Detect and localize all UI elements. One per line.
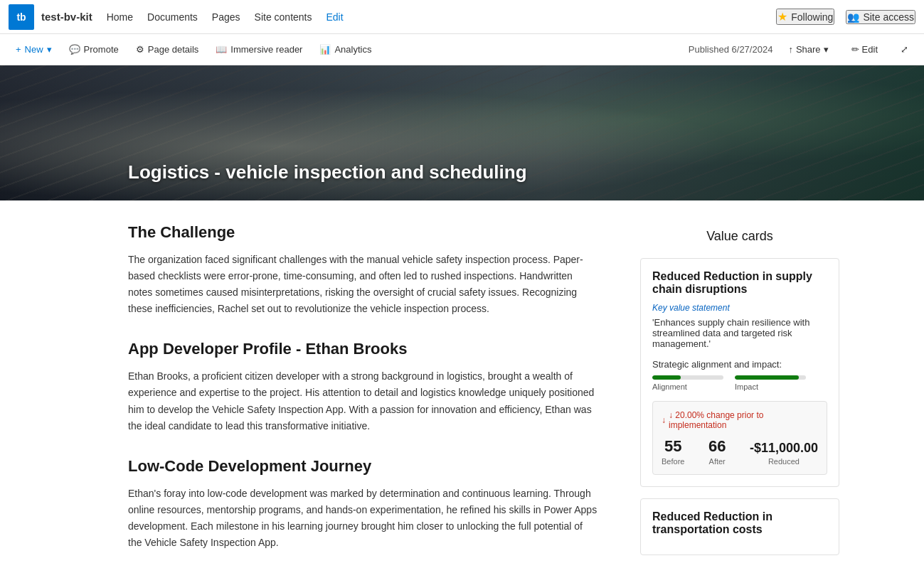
key-value-label-1: Key value statement [652, 303, 827, 313]
value-card-2: Reduced Reduction in transportation cost… [640, 498, 839, 555]
key-value-text-1: 'Enhances supply chain resilience with s… [652, 317, 827, 349]
edit-label: Edit [862, 44, 878, 55]
analytics-icon: 📊 [319, 44, 331, 55]
expand-button[interactable]: ⤢ [893, 41, 915, 58]
change-label-1: ↓ 20.00% change prior to implementation [669, 410, 818, 430]
share-label: Share [796, 44, 821, 55]
lowcode-journey-heading: Low-Code Development Journey [128, 457, 598, 476]
sidebar: Value cards Reduced Reduction in supply … [640, 223, 839, 573]
reduced-label: Reduced [768, 457, 800, 466]
impact-bar-label: Impact [735, 382, 806, 391]
pencil-icon: ✏ [851, 44, 859, 55]
following-label: Following [791, 11, 833, 23]
value-card-1: Reduced Reduction in supply chain disrup… [640, 258, 839, 487]
after-value: 66 [708, 437, 726, 456]
settings-icon: ⚙ [136, 44, 144, 55]
people-icon: 👥 [847, 11, 859, 23]
challenge-heading: The Challenge [128, 223, 598, 242]
following-button[interactable]: ★ Following [776, 9, 834, 25]
arrow-down-icon: ↓ [662, 415, 666, 425]
before-value: 55 [664, 437, 681, 456]
promote-icon: 💬 [69, 44, 80, 55]
impact-bar-group: Impact [735, 375, 806, 391]
alignment-bar-label: Alignment [652, 382, 723, 391]
value-card-1-title: Reduced Reduction in supply chain disrup… [652, 270, 827, 296]
promote-button[interactable]: 💬 Promote [62, 41, 126, 58]
change-indicator-1: ↓ ↓ 20.00% change prior to implementatio… [662, 410, 818, 430]
chevron-down-icon: ▾ [824, 44, 829, 55]
site-access-label: Site access [863, 11, 914, 23]
nav-edit[interactable]: Edit [326, 11, 344, 23]
expand-icon: ⤢ [901, 44, 908, 55]
top-navigation: tb test-bv-kit Home Documents Pages Site… [0, 0, 924, 34]
new-button[interactable]: + New ▾ [9, 41, 59, 58]
strategic-label-1: Strategic alignment and impact: [652, 359, 827, 370]
developer-profile-heading: App Developer Profile - Ethan Brooks [128, 340, 598, 358]
alignment-bar-fill [652, 375, 681, 380]
plus-icon: + [16, 44, 21, 55]
star-icon: ★ [777, 10, 787, 23]
nav-documents[interactable]: Documents [147, 11, 198, 23]
share-icon: ↑ [788, 44, 793, 55]
toolbar: + New ▾ 💬 Promote ⚙ Page details 📖 Immer… [0, 34, 924, 65]
alignment-bar-group: Alignment [652, 375, 723, 391]
edit-button[interactable]: ✏ Edit [844, 41, 885, 58]
site-logo: tb [9, 4, 34, 30]
published-date: Published 6/27/2024 [689, 44, 773, 55]
analytics-label: Analytics [334, 44, 371, 55]
chevron-down-icon: ▾ [47, 44, 52, 55]
page-details-button[interactable]: ⚙ Page details [129, 41, 206, 58]
top-nav-right: ★ Following 👥 Site access [776, 9, 915, 25]
before-label: Before [662, 457, 684, 466]
reduced-value: -$11,000.00 [750, 441, 818, 456]
alignment-bar-track [652, 375, 723, 380]
alignment-bars-1: Alignment Impact [652, 375, 827, 391]
hero-title: Logistics - vehicle inspection and sched… [128, 161, 527, 183]
value-card-2-title: Reduced Reduction in transportation cost… [652, 510, 827, 536]
immersive-reader-label: Immersive reader [230, 44, 302, 55]
nav-pages[interactable]: Pages [212, 11, 240, 23]
analytics-button[interactable]: 📊 Analytics [312, 41, 378, 58]
site-access-button[interactable]: 👥 Site access [846, 10, 915, 24]
promote-label: Promote [84, 44, 119, 55]
before-metric: 55 Before [662, 437, 684, 466]
challenge-paragraph: The organization faced significant chall… [128, 252, 598, 317]
after-metric: 66 After [708, 437, 726, 466]
site-name: test-bv-kit [41, 11, 92, 23]
metrics-box-1: ↓ ↓ 20.00% change prior to implementatio… [652, 401, 827, 475]
nav-links: Home Documents Pages Site contents Edit [107, 11, 777, 23]
main-content: The Challenge The organization faced sig… [0, 200, 924, 573]
impact-bar-track [735, 375, 806, 380]
hero-image: Logistics - vehicle inspection and sched… [0, 65, 924, 200]
value-cards-title: Value cards [640, 229, 839, 244]
article-body: The Challenge The organization faced sig… [128, 223, 612, 573]
impact-bar-fill [735, 375, 799, 380]
reduced-metric: -$11,000.00 Reduced [750, 441, 818, 466]
developer-profile-paragraph: Ethan Brooks, a proficient citizen devel… [128, 368, 598, 434]
metrics-row-1: 55 Before 66 After -$11,000.00 Reduced [662, 437, 818, 466]
share-button[interactable]: ↑ Share ▾ [781, 41, 835, 58]
nav-site-contents[interactable]: Site contents [255, 11, 312, 23]
page-details-label: Page details [148, 44, 199, 55]
new-label: New [25, 44, 43, 55]
nav-home[interactable]: Home [107, 11, 133, 23]
after-label: After [709, 457, 726, 466]
lowcode-journey-paragraph: Ethan's foray into low-code development … [128, 486, 598, 551]
reader-icon: 📖 [216, 44, 227, 55]
toolbar-right: Published 6/27/2024 ↑ Share ▾ ✏ Edit ⤢ [689, 41, 915, 58]
immersive-reader-button[interactable]: 📖 Immersive reader [208, 41, 309, 58]
